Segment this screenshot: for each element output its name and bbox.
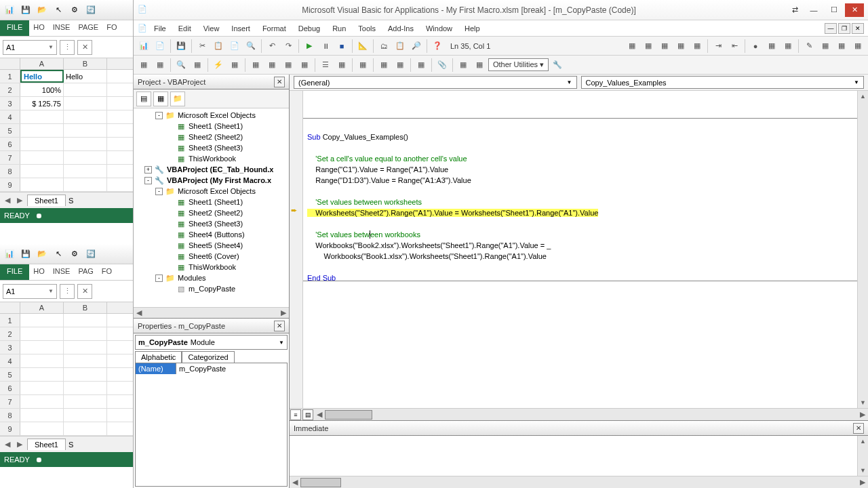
toolbar-icon[interactable]: ▦ bbox=[850, 39, 865, 54]
toolbar-icon[interactable]: ▦ bbox=[248, 58, 263, 73]
toolbar-icon[interactable]: ▦ bbox=[472, 58, 487, 73]
view-object-icon[interactable]: ▦ bbox=[153, 92, 168, 106]
cell[interactable] bbox=[64, 178, 107, 191]
cell[interactable] bbox=[64, 110, 107, 123]
save-icon[interactable]: 💾 bbox=[20, 249, 31, 260]
save-icon[interactable]: 💾 bbox=[174, 39, 189, 54]
toolbar-icon[interactable]: ▦ bbox=[264, 58, 279, 73]
tree-item[interactable]: ▦Sheet2 (Sheet2) bbox=[135, 207, 288, 218]
sheet-nav-prev[interactable]: ◀ bbox=[3, 440, 12, 449]
row-header[interactable]: 1 bbox=[0, 70, 20, 83]
view-excel-icon[interactable]: 📊 bbox=[136, 39, 151, 54]
tree-hscrollbar[interactable]: ◀▶ bbox=[134, 307, 289, 318]
cell[interactable] bbox=[64, 97, 107, 110]
row-header[interactable]: 2 bbox=[0, 327, 20, 340]
copy-icon[interactable]: 📋 bbox=[211, 39, 226, 54]
code-vscrollbar[interactable]: ▲▼ bbox=[857, 91, 868, 408]
tree-item[interactable]: ▦Sheet1 (Sheet1) bbox=[135, 121, 288, 131]
cancel-icon[interactable]: ✕ bbox=[77, 40, 92, 55]
toolbar-icon[interactable]: ▦ bbox=[818, 39, 833, 54]
tree-item[interactable]: ▦Sheet3 (Sheet3) bbox=[135, 142, 288, 153]
row-header[interactable]: 2 bbox=[0, 83, 20, 96]
full-module-view-icon[interactable]: ▤ bbox=[302, 409, 313, 420]
close-panel-icon[interactable]: ✕ bbox=[853, 423, 864, 434]
toolbar-icon[interactable]: ▦ bbox=[393, 58, 408, 73]
select-all-corner[interactable] bbox=[0, 58, 20, 69]
col-header-b[interactable]: B bbox=[64, 58, 107, 69]
cell[interactable] bbox=[64, 151, 107, 164]
cell[interactable] bbox=[20, 327, 64, 340]
cell[interactable] bbox=[20, 368, 64, 381]
toolbar-icon[interactable]: ▦ bbox=[376, 58, 391, 73]
cell[interactable] bbox=[64, 327, 107, 340]
row-header[interactable]: 5 bbox=[0, 124, 20, 137]
toggle-folders-icon[interactable]: 📁 bbox=[170, 92, 185, 106]
ribbon-tab-insert[interactable]: INSE bbox=[49, 20, 75, 36]
tree-item[interactable]: ▦Sheet4 (Buttons) bbox=[135, 229, 288, 240]
properties-panel-title[interactable]: Properties - m_CopyPaste ✕ bbox=[134, 319, 289, 333]
break-icon[interactable]: ⏸ bbox=[318, 39, 333, 54]
ribbon-tab-page[interactable]: PAGE bbox=[74, 20, 102, 36]
cell-a1[interactable]: Hello bbox=[20, 70, 64, 83]
menu-file[interactable]: File bbox=[149, 23, 172, 34]
tree-item[interactable]: -📁Modules bbox=[135, 272, 288, 283]
tree-item[interactable]: ▧m_CopyPaste bbox=[135, 283, 288, 294]
open-icon[interactable]: 📂 bbox=[37, 249, 47, 260]
immediate-input[interactable] bbox=[290, 436, 857, 476]
cell[interactable] bbox=[64, 354, 107, 367]
code-margin[interactable]: ➨ bbox=[290, 91, 303, 408]
maximize-button[interactable]: ☐ bbox=[825, 3, 844, 17]
file-tab[interactable]: FILE bbox=[0, 264, 29, 280]
tree-item[interactable]: ▦ThisWorkbook bbox=[135, 262, 288, 272]
attach-icon[interactable]: 📎 bbox=[435, 58, 450, 73]
row-header[interactable]: 4 bbox=[0, 354, 20, 367]
tree-item[interactable]: -📁Microsoft Excel Objects bbox=[135, 110, 288, 121]
close-button[interactable]: ✕ bbox=[845, 3, 864, 17]
toolbar-icon[interactable]: ▦ bbox=[190, 58, 205, 73]
properties-grid[interactable]: (Name) m_CopyPaste bbox=[135, 363, 288, 487]
other-utilities-dropdown[interactable]: Other Utilities ▾ bbox=[488, 58, 549, 71]
prop-name-cell[interactable]: (Name) bbox=[136, 363, 176, 374]
help-icon[interactable]: ❓ bbox=[430, 39, 445, 54]
toolbar-icon[interactable]: ▦ bbox=[227, 58, 242, 73]
menu-insert[interactable]: Insert bbox=[226, 23, 256, 34]
tree-item[interactable]: ▦ThisWorkbook bbox=[135, 153, 288, 164]
row-header[interactable]: 3 bbox=[0, 97, 20, 110]
cell[interactable] bbox=[20, 382, 64, 394]
cell[interactable] bbox=[20, 138, 64, 150]
cell[interactable] bbox=[20, 178, 64, 191]
menu-window[interactable]: Window bbox=[420, 23, 458, 34]
expand-icon[interactable]: + bbox=[144, 166, 152, 174]
undo-icon[interactable]: ↶ bbox=[264, 39, 279, 54]
cut-icon[interactable]: ✂ bbox=[195, 39, 210, 54]
cell[interactable] bbox=[64, 165, 107, 178]
ribbon-tab-formulas[interactable]: FO bbox=[98, 264, 116, 280]
cell[interactable] bbox=[20, 395, 64, 408]
cell[interactable] bbox=[64, 83, 107, 96]
tree-item[interactable]: ▦Sheet1 (Sheet1) bbox=[135, 197, 288, 207]
cell[interactable] bbox=[20, 422, 64, 435]
code-editor[interactable]: ➨ Sub Copy_Values_Examples() 'Set a cell… bbox=[290, 91, 868, 408]
properties-icon[interactable]: 📋 bbox=[393, 39, 408, 54]
menu-run[interactable]: Run bbox=[327, 23, 351, 34]
code-hscrollbar[interactable]: ◀▶ bbox=[314, 409, 868, 420]
immediate-hscrollbar[interactable]: ◀▶ bbox=[290, 476, 868, 488]
refresh-icon[interactable]: 🔄 bbox=[85, 249, 96, 260]
sheet-tab-partial[interactable]: S bbox=[68, 441, 73, 449]
sheet-nav-next[interactable]: ▶ bbox=[15, 440, 24, 449]
project-tree[interactable]: -📁Microsoft Excel Objects▦Sheet1 (Sheet1… bbox=[134, 108, 289, 307]
vba-titlebar[interactable]: 📄 Microsoft Visual Basic for Application… bbox=[134, 0, 868, 20]
cursor-icon[interactable]: ↖ bbox=[53, 5, 64, 16]
cell[interactable] bbox=[64, 368, 107, 381]
cell[interactable] bbox=[20, 341, 64, 354]
toolbar-icon[interactable]: ▦ bbox=[690, 39, 705, 54]
row-header[interactable]: 7 bbox=[0, 395, 20, 408]
tree-item[interactable]: ▦Sheet6 (Cover) bbox=[135, 251, 288, 262]
macro-record-icon[interactable]: ⏺ bbox=[35, 211, 43, 220]
select-all-corner[interactable] bbox=[0, 302, 20, 313]
toolbar-icon[interactable]: ▦ bbox=[781, 39, 795, 54]
row-header[interactable]: 9 bbox=[0, 422, 20, 435]
cell[interactable] bbox=[20, 110, 64, 123]
ribbon-tab-page[interactable]: PAG bbox=[74, 264, 97, 280]
row-header[interactable]: 6 bbox=[0, 138, 20, 150]
